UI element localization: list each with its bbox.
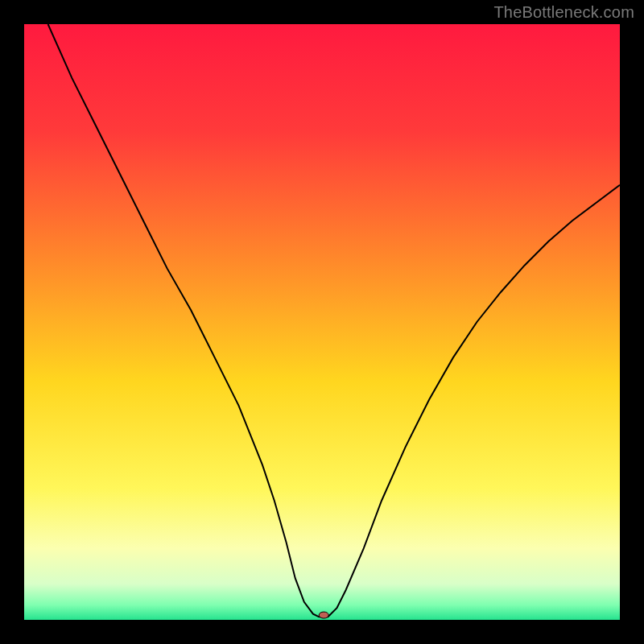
chart-svg <box>24 24 620 620</box>
watermark-text: TheBottleneck.com <box>493 3 634 22</box>
plot-area <box>24 24 620 620</box>
gradient-background <box>24 24 620 620</box>
optimal-point-marker <box>319 612 328 618</box>
chart-frame: TheBottleneck.com <box>0 0 644 644</box>
